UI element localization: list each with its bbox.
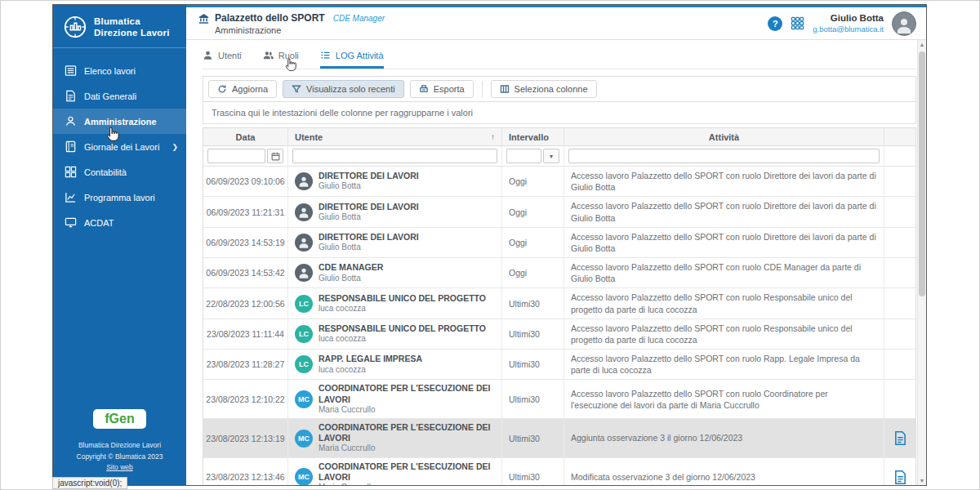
row-date: 06/09/2023 14:53:19 xyxy=(203,228,288,257)
row-date: 23/08/2023 11:11:44 xyxy=(203,319,288,349)
user-name: Giulio Botta xyxy=(813,12,884,24)
row-activity: Accesso lavoro Palazzetto dello SPORT co… xyxy=(564,258,884,287)
refresh-button[interactable]: Aggiorna xyxy=(208,80,277,98)
user-role: RESPONSABILE UNICO DEL PROGETTO xyxy=(318,323,486,334)
user-role: DIRETTORE DEI LAVORI xyxy=(318,171,419,181)
export-label: Esporta xyxy=(434,84,465,94)
interval-dropdown-button[interactable]: ▾ xyxy=(543,149,559,163)
user-name: Giulio Botta xyxy=(318,274,383,284)
table-filter-row: ▾ xyxy=(203,146,915,167)
user-avatar: LC xyxy=(295,325,313,343)
table-row[interactable]: 23/08/2023 12:13:19 MC COORDINATORE PER … xyxy=(203,419,915,458)
user-icon xyxy=(65,115,77,127)
column-header-actions xyxy=(884,128,915,145)
row-user-cell: DIRETTORE DEI LAVORI Giulio Botta xyxy=(288,197,502,226)
vertical-scrollbar[interactable]: ▲ ▼ xyxy=(917,40,926,485)
group-by-bar[interactable]: Trascina qui le intestazioni delle colon… xyxy=(203,102,916,124)
column-header-intervallo[interactable]: Intervallo xyxy=(502,128,564,145)
column-header-data[interactable]: Data xyxy=(203,128,288,145)
tab-ruoli[interactable]: Ruoli xyxy=(263,50,299,69)
row-activity: Modificata osservazione 3 del giorno 12/… xyxy=(564,458,884,485)
table-row[interactable]: 23/08/2023 11:11:44 LC RESPONSABILE UNIC… xyxy=(203,319,915,350)
sidebar-item-giornale-dei-lavori[interactable]: Giornale dei Lavori ❯ xyxy=(53,134,186,159)
filter-user-input[interactable] xyxy=(292,149,497,163)
sidebar-item-acdat[interactable]: ACDAT xyxy=(53,210,186,235)
table-row[interactable]: 06/09/2023 14:53:19 DIRETTORE DEI LAVORI… xyxy=(203,228,915,258)
apps-grid-icon[interactable] xyxy=(791,16,804,30)
row-user-cell: LC RESPONSABILE UNICO DEL PROGETTO luca … xyxy=(288,319,502,349)
table-row[interactable]: 06/09/2023 09:10:06 DIRETTORE DEI LAVORI… xyxy=(203,167,915,197)
project-role-label: CDE Manager xyxy=(333,14,385,23)
sidebar-item-elenco-lavori[interactable]: Elenco lavori xyxy=(53,58,186,83)
row-date: 06/09/2023 09:10:06 xyxy=(203,167,288,196)
avatar-initials: LC xyxy=(299,330,309,338)
row-activity: Aggiunta osservazione 3 il giorno 12/06/… xyxy=(564,419,884,457)
tab-utenti[interactable]: Utenti xyxy=(203,50,242,69)
table-header-row: Data Utente ↑ Intervallo Attività xyxy=(203,128,915,146)
person-icon xyxy=(894,16,914,35)
sort-asc-icon[interactable]: ↑ xyxy=(491,132,495,141)
row-date: 23/08/2023 12:13:19 xyxy=(203,419,288,457)
sidebar-item-contabilita[interactable]: Contabilità xyxy=(53,159,186,185)
filter-interval-input[interactable] xyxy=(506,149,541,163)
avatar-initials: MC xyxy=(298,395,310,403)
footer-sito-web-link[interactable]: Sito web xyxy=(53,462,186,474)
tab-label: Utenti xyxy=(218,51,242,60)
user-avatar xyxy=(295,203,313,221)
table-row[interactable]: 06/09/2023 11:21:31 DIRETTORE DEI LAVORI… xyxy=(203,197,915,227)
sidebar-item-dati-generali[interactable]: Dati Generali xyxy=(53,83,186,109)
sidebar-nav: Elenco lavori Dati Generali Amministrazi… xyxy=(53,58,186,235)
attachment-icon[interactable] xyxy=(894,431,906,445)
row-interval: Oggi xyxy=(502,197,564,226)
activity-table: Data Utente ↑ Intervallo Attività xyxy=(203,127,916,485)
export-button[interactable]: Esporta xyxy=(410,80,474,98)
sidebar-item-programma-lavori[interactable]: Programma lavori xyxy=(53,185,186,210)
calendar-button[interactable] xyxy=(267,149,283,163)
attachment-icon[interactable] xyxy=(894,470,906,484)
row-date: 22/08/2023 12:00:56 xyxy=(203,288,288,318)
column-header-attivita[interactable]: Attività xyxy=(564,128,884,145)
person-icon xyxy=(297,266,310,279)
scrollbar-thumb[interactable] xyxy=(919,51,925,296)
select-columns-button[interactable]: Seleziona colonne xyxy=(491,80,597,98)
refresh-label: Aggiorna xyxy=(232,84,268,94)
scroll-up-icon[interactable]: ▲ xyxy=(918,42,926,47)
help-button[interactable]: ? xyxy=(768,16,782,31)
row-actions-cell xyxy=(884,288,915,318)
avatar-initials: MC xyxy=(298,434,310,443)
filter-recent-label: Visualizza solo recenti xyxy=(306,84,395,94)
row-user-cell: CDE MANAGER Giulio Botta xyxy=(288,258,502,287)
app-header: Palazzetto dello SPORT CDE Manager Ammin… xyxy=(186,5,926,40)
row-date: 23/08/2023 12:13:46 xyxy=(203,458,288,485)
export-icon xyxy=(419,84,429,94)
row-activity: Accesso lavoro Palazzetto dello SPORT co… xyxy=(564,228,884,257)
status-bar-link-preview: javascript:void(0); xyxy=(52,477,127,489)
table-row[interactable]: 06/09/2023 14:53:42 CDE MANAGER Giulio B… xyxy=(203,258,915,288)
row-user-cell: DIRETTORE DEI LAVORI Giulio Botta xyxy=(288,228,502,257)
sidebar-item-label: Programma lavori xyxy=(84,193,155,203)
scroll-down-icon[interactable]: ▼ xyxy=(918,478,926,483)
users-icon xyxy=(263,50,274,60)
row-date: 06/09/2023 11:21:31 xyxy=(203,197,288,226)
sidebar: Blumatica Direzione Lavori Elenco lavori… xyxy=(53,5,186,485)
avatar-initials: LC xyxy=(299,360,309,368)
tab-log-attivita[interactable]: LOG Attività xyxy=(320,50,384,69)
column-header-utente[interactable]: Utente ↑ xyxy=(288,128,502,145)
filter-date-input[interactable] xyxy=(207,149,265,163)
table-row[interactable]: 23/08/2023 12:13:46 MC COORDINATORE PER … xyxy=(203,458,915,485)
row-user-cell: MC COORDINATORE PER L'ESECUZIONE DEI LAV… xyxy=(288,458,502,485)
sidebar-item-label: ACDAT xyxy=(84,218,114,228)
person-icon xyxy=(297,175,310,188)
dropdown-arrow-icon: ▾ xyxy=(550,153,553,160)
table-row[interactable]: 22/08/2023 12:00:56 LC RESPONSABILE UNIC… xyxy=(203,288,915,318)
activity-log-icon xyxy=(320,50,331,60)
user-avatar: MC xyxy=(295,390,313,408)
user-avatar[interactable] xyxy=(892,11,916,36)
user-name: luca cocozza xyxy=(318,304,486,314)
table-row[interactable]: 23/08/2023 12:10:22 MC COORDINATORE PER … xyxy=(203,380,915,419)
blumatica-logo-icon xyxy=(63,15,87,39)
filter-activity-input[interactable] xyxy=(568,149,880,163)
sidebar-item-amministrazione[interactable]: Amministrazione xyxy=(53,109,186,134)
filter-recent-button[interactable]: Visualizza solo recenti xyxy=(283,80,404,98)
table-row[interactable]: 23/08/2023 11:28:27 LC RAPP. LEGALE IMPR… xyxy=(203,350,915,380)
